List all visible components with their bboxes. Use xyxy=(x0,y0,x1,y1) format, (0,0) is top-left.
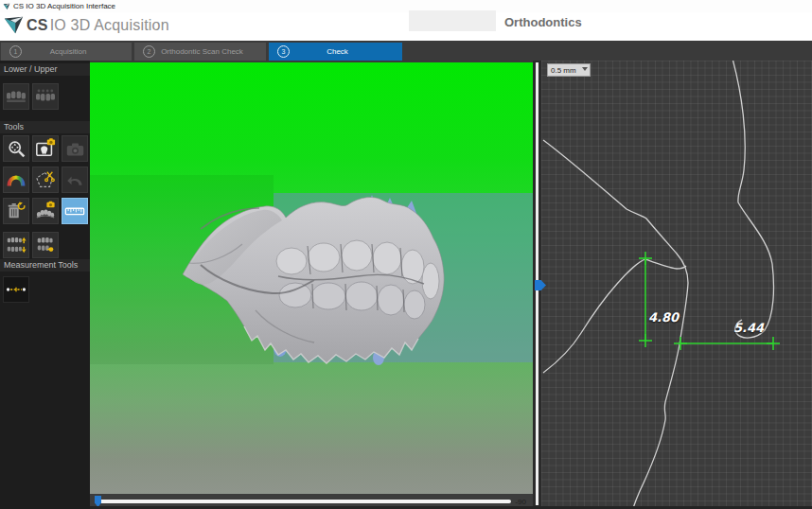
arch-inspect-button[interactable] xyxy=(32,232,59,258)
tooth-snapshot-button[interactable] xyxy=(32,135,59,162)
tab-acquisition[interactable]: 1 Acquisition xyxy=(1,43,132,61)
cut-polygon-icon xyxy=(35,169,56,190)
section-contours xyxy=(543,61,773,509)
upper-arch-button[interactable] xyxy=(32,83,59,110)
tab-label: Check xyxy=(290,47,402,56)
measurement-value-horizontal: 5.44 xyxy=(733,321,764,335)
tab-number-badge: 3 xyxy=(277,45,290,58)
distance-measure-button[interactable] xyxy=(3,276,29,303)
brand-text: CSIO 3D Acquisition xyxy=(26,17,169,34)
workflow-tabbar: 1 Acquisition 2 Orthodontic Scan Check 3… xyxy=(0,41,812,61)
camera-icon xyxy=(65,139,85,159)
chevron-down-icon xyxy=(582,67,588,71)
tab-orthodontic-scan-check[interactable]: 2 Orthodontic Scan Check xyxy=(134,43,266,61)
camera-badge xyxy=(46,202,54,208)
undo-arrow-icon xyxy=(65,170,85,190)
tab-number-badge: 1 xyxy=(9,45,22,58)
bite-adjust-button[interactable] xyxy=(3,232,29,258)
tab-label: Acquisition xyxy=(22,47,132,56)
3d-viewport[interactable] xyxy=(90,61,533,494)
camera-badge xyxy=(47,138,55,145)
arch-inspect-icon xyxy=(35,235,56,255)
patient-name-field[interactable] xyxy=(409,10,496,31)
tab-check[interactable]: 3 Check xyxy=(269,43,402,61)
color-map-tool-button[interactable] xyxy=(3,167,29,193)
upper-arch-icon xyxy=(35,88,56,105)
dental-scan-model[interactable] xyxy=(180,189,454,388)
rainbow-arch-icon xyxy=(6,169,26,190)
workflow-title: Orthodontics xyxy=(504,15,582,29)
grid-step-dropdown[interactable]: 0.5 mm xyxy=(547,63,591,77)
arch-camera-icon xyxy=(35,201,56,221)
app-icon xyxy=(3,3,10,10)
cut-tool-button[interactable] xyxy=(32,167,59,193)
brand-logo-icon xyxy=(4,15,24,35)
trash-refresh-icon xyxy=(6,201,26,221)
zoom-icon xyxy=(7,139,26,159)
app-window: CS IO 3D Acquisition Interface CSIO 3D A… xyxy=(0,0,812,509)
tool-sidebar: Lower / Upper Tools xyxy=(0,61,90,509)
arch-snapshot-button[interactable] xyxy=(32,198,59,224)
rotation-slider-track[interactable] xyxy=(95,500,511,503)
measurement-value-vertical: 4.80 xyxy=(648,310,679,325)
lower-arch-button[interactable] xyxy=(3,83,29,110)
cross-section-panel[interactable]: 4.80 5.44 0.5 mm xyxy=(541,61,812,509)
app-header: CSIO 3D Acquisition Orthodontics xyxy=(0,12,812,41)
window-title: CS IO 3D Acquisition Interface xyxy=(13,2,115,10)
section-header-measurement-tools: Measurement Tools xyxy=(0,259,90,272)
distance-measure-icon xyxy=(6,279,26,300)
zoom-tool-button[interactable] xyxy=(3,135,29,162)
cross-section-plot xyxy=(541,61,812,509)
section-header-lower-upper: Lower / Upper xyxy=(0,63,90,76)
rotation-value: -90 xyxy=(515,498,526,506)
tab-number-badge: 2 xyxy=(143,45,155,58)
section-ruler-button[interactable] xyxy=(62,198,88,224)
lower-arch-icon xyxy=(6,88,26,105)
title-bar: CS IO 3D Acquisition Interface xyxy=(0,0,812,12)
section-slider-bar xyxy=(533,61,541,509)
camera-tool-button[interactable] xyxy=(62,135,88,162)
tab-label: Orthodontic Scan Check xyxy=(155,47,266,56)
ruler-icon xyxy=(64,201,85,221)
tooth-snapshot-icon xyxy=(35,138,56,159)
delete-rescan-button[interactable] xyxy=(3,198,29,224)
undo-tool-button[interactable] xyxy=(62,167,88,193)
bite-arrows-icon xyxy=(6,235,26,255)
grid-step-value: 0.5 mm xyxy=(551,66,576,75)
section-header-tools: Tools xyxy=(0,121,90,133)
